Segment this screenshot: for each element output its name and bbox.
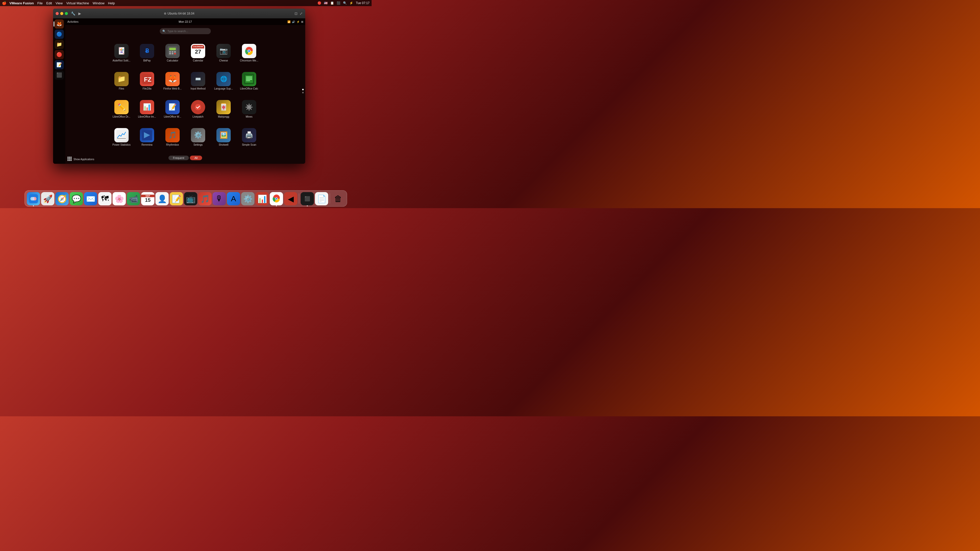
close-button[interactable] bbox=[56, 12, 59, 15]
dock-sysprefs[interactable]: ⚙️ bbox=[241, 192, 255, 205]
vmware-window: 🔧 ▶ ⚙ Ubuntu 64-bit 18.04 ⊡ ⤢ 🦊 🔵 📁 🔴 📝 … bbox=[53, 9, 305, 164]
menubar-icon-1[interactable]: 🔴 bbox=[318, 1, 321, 5]
app-language[interactable]: 🌐 Language Sup... bbox=[211, 67, 236, 95]
dock-calendar-mac[interactable]: SEP 15 bbox=[141, 192, 154, 205]
dock-ubuntu-sw[interactable]: 🔴 bbox=[55, 50, 64, 59]
dock-appstore[interactable]: A bbox=[227, 192, 240, 205]
dock-maps[interactable]: 🗺 bbox=[98, 192, 111, 205]
svg-rect-2 bbox=[169, 51, 171, 52]
app-rhythmbox[interactable]: 🎵 Rhythmbox bbox=[160, 123, 185, 151]
svg-rect-16 bbox=[246, 76, 252, 77]
app-lo-impress[interactable]: 📊 LibreOffice Im... bbox=[134, 95, 160, 123]
apple-menu[interactable]: 🍎 bbox=[2, 1, 6, 5]
app-calculator[interactable]: Calculator bbox=[160, 39, 185, 67]
menu-help[interactable]: Help bbox=[108, 1, 115, 5]
dock-notes[interactable]: 📝 bbox=[170, 192, 183, 205]
dock-mail[interactable]: ✉️ bbox=[84, 192, 97, 205]
menu-edit[interactable]: Edit bbox=[46, 1, 52, 5]
menubar-flag[interactable]: 🇺🇸 bbox=[324, 1, 328, 5]
settings-menu[interactable]: ⊞ bbox=[301, 21, 303, 23]
dock-facetime[interactable]: 📹 bbox=[127, 192, 140, 205]
app-remmina[interactable]: Remmina bbox=[134, 123, 160, 151]
dock-instastats[interactable]: 📊 bbox=[256, 192, 269, 205]
tab-frequent[interactable]: Frequent bbox=[169, 156, 189, 160]
svg-rect-7 bbox=[174, 53, 176, 54]
app-bitpay[interactable]: Ƀ BitPay bbox=[134, 39, 160, 67]
svg-rect-29 bbox=[117, 138, 126, 139]
app-files[interactable]: 📁 Files bbox=[109, 67, 134, 95]
ubuntu-topbar: Activities Mon 22:17 📶 🔊 ⚡ ⊞ bbox=[65, 18, 305, 25]
dock-trash[interactable]: 🗑 bbox=[331, 192, 345, 205]
page-dot-1[interactable] bbox=[302, 89, 304, 90]
app-firefox[interactable]: 🦊 Firefox Web B... bbox=[160, 67, 185, 95]
app-input-method[interactable]: ⌨️ Input Method bbox=[185, 67, 211, 95]
dock-filemanager[interactable]: 📄 bbox=[315, 192, 328, 205]
menu-file[interactable]: File bbox=[37, 1, 43, 5]
app-libreoffice-calc[interactable]: LibreOffice Calc bbox=[236, 67, 262, 95]
app-filezilla[interactable]: FZ FileZilla bbox=[134, 67, 160, 95]
menubar-right: 🔴 🇺🇸 📋 ⬛ 🔍 ⚡ Tue 07:17 bbox=[318, 1, 369, 5]
menubar-power[interactable]: ⚡ bbox=[349, 1, 353, 5]
dock-files[interactable]: 📁 bbox=[55, 40, 64, 49]
app-aisleriot[interactable]: 🃏 AisleRiot Solit... bbox=[109, 39, 134, 67]
sound-icon[interactable]: 🔊 bbox=[292, 21, 295, 23]
svg-rect-4 bbox=[174, 51, 176, 52]
activities-label[interactable]: Activities bbox=[67, 20, 78, 23]
minimize-button[interactable] bbox=[60, 12, 63, 15]
app-lo-draw[interactable]: ✏️ LibreOffice Dr... bbox=[109, 95, 134, 123]
dock-terminal[interactable]: ⬛ bbox=[55, 70, 64, 79]
app-search-bar[interactable]: 🔍 bbox=[160, 28, 211, 34]
svg-rect-0 bbox=[168, 46, 177, 56]
menu-virtual-machine[interactable]: Virtual Machine bbox=[66, 1, 89, 5]
app-mahjongg[interactable]: 🀄 Mahjongg bbox=[211, 95, 236, 123]
tab-all[interactable]: All bbox=[190, 156, 202, 160]
dock-appletv[interactable]: 📺 bbox=[184, 192, 197, 205]
window-title: ⚙ Ubuntu 64-bit 18.04 bbox=[164, 12, 194, 15]
dock-unknown1[interactable]: 🔵 bbox=[55, 30, 64, 39]
forward-icon[interactable]: ▶ bbox=[78, 11, 81, 16]
app-calendar[interactable]: CALENDAR 27 Calendar bbox=[185, 39, 211, 67]
fullscreen-btn[interactable]: ⤢ bbox=[300, 11, 303, 16]
pagination-dots bbox=[302, 89, 304, 94]
maximize-button[interactable] bbox=[65, 12, 68, 15]
menu-window[interactable]: Window bbox=[93, 1, 104, 5]
dock-finder[interactable] bbox=[27, 192, 40, 205]
menu-view[interactable]: View bbox=[56, 1, 63, 5]
app-mines[interactable]: Mines bbox=[236, 95, 262, 123]
show-apps[interactable]: Show Applications bbox=[67, 157, 94, 162]
view-toggle[interactable]: ⊡ bbox=[294, 11, 298, 16]
dock-chrome[interactable] bbox=[270, 192, 283, 205]
network-icon[interactable]: 📶 bbox=[287, 21, 290, 23]
dock-firefox[interactable]: 🦊 bbox=[55, 19, 64, 29]
power-icon[interactable]: ⚡ bbox=[297, 21, 300, 23]
app-shotwell[interactable]: 🖼️ Shotwell bbox=[211, 123, 236, 151]
svg-point-34 bbox=[32, 197, 35, 200]
dock-podcasts[interactable]: 🎙 bbox=[213, 192, 226, 205]
dock-terminal-mac[interactable]: ⬛ bbox=[301, 192, 314, 205]
dock-contacts[interactable]: 👤 bbox=[156, 192, 169, 205]
menubar-icon-4[interactable]: ⬛ bbox=[337, 1, 340, 5]
mac-dock: 🚀 🧭 💬 ✉️ 🗺 🌸 📹 SEP 15 👤 📝 📺 🎵 🎙 A ⚙️ 📊 ◀… bbox=[24, 190, 347, 206]
menu-app-name[interactable]: VMware Fusion bbox=[10, 1, 34, 5]
dock-libreoffice[interactable]: 📝 bbox=[55, 60, 64, 69]
dock-music[interactable]: 🎵 bbox=[198, 192, 212, 205]
menubar-search[interactable]: 🔍 bbox=[343, 1, 347, 5]
app-cheese[interactable]: 📷 Cheese bbox=[211, 39, 236, 67]
search-input[interactable] bbox=[167, 30, 208, 33]
menubar-icon-3[interactable]: 📋 bbox=[330, 1, 334, 5]
app-settings[interactable]: ⚙️ Settings bbox=[185, 123, 211, 151]
dock-scrobbles[interactable]: ◀ bbox=[284, 192, 298, 205]
dock-messages[interactable]: 💬 bbox=[70, 192, 83, 205]
app-livepatch[interactable]: Livepatch bbox=[185, 95, 211, 123]
dock-launchpad[interactable]: 🚀 bbox=[41, 192, 54, 205]
dock-photos[interactable]: 🌸 bbox=[113, 192, 126, 205]
dock-safari[interactable]: 🧭 bbox=[56, 192, 68, 205]
window-right-controls: ⊡ ⤢ bbox=[294, 11, 303, 16]
svg-point-27 bbox=[248, 106, 250, 108]
app-chromium[interactable]: Chromium We... bbox=[236, 39, 262, 67]
page-dot-2[interactable] bbox=[302, 92, 304, 94]
app-power-statistics[interactable]: Power Statistics bbox=[109, 123, 134, 151]
app-simple-scan[interactable]: 🖨️ Simple Scan bbox=[236, 123, 262, 151]
settings-icon[interactable]: 🔧 bbox=[71, 11, 75, 16]
app-lo-writer[interactable]: 📝 LibreOffice W... bbox=[160, 95, 185, 123]
